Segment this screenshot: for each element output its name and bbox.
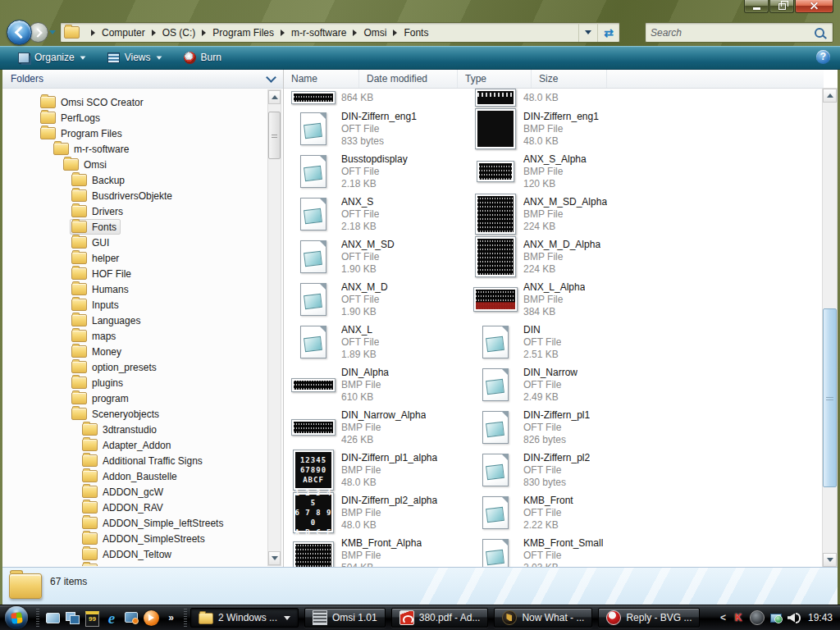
file-tile[interactable]: DIN-Ziffern_pl1 OFT File 826 bytes bbox=[472, 406, 818, 449]
file-tile[interactable]: ANX_L OFT File 1.89 KB bbox=[290, 321, 472, 363]
file-tile[interactable]: ANX_L_Alpha BMP File 384 KB bbox=[472, 278, 818, 321]
file-tile[interactable]: 1 2 3 4 5 6 7 8 9 0 A B C F DIN-Ziffern_… bbox=[290, 491, 472, 534]
folder-tree-item[interactable]: Languages bbox=[2, 313, 268, 328]
file-tile[interactable]: 48.0 KB bbox=[472, 88, 818, 107]
tree-scrollbar[interactable] bbox=[267, 89, 281, 566]
list-scrollbar[interactable] bbox=[822, 88, 838, 568]
file-tile[interactable]: DIN-Ziffern_pl2 OFT File 830 bytes bbox=[472, 449, 818, 491]
folder-tree-item[interactable] bbox=[2, 562, 268, 566]
file-tile[interactable]: ANX_M_SD OFT File 1.90 KB bbox=[290, 235, 472, 278]
organize-button[interactable]: Organize bbox=[15, 48, 89, 66]
scroll-up-button[interactable] bbox=[823, 89, 837, 103]
file-tile[interactable]: DIN-Ziffern_eng1 OFT File 833 bytes bbox=[290, 107, 472, 150]
folder-tree-item[interactable]: Omsi bbox=[2, 157, 268, 172]
start-button[interactable] bbox=[5, 606, 28, 629]
folder-tree-item[interactable]: program bbox=[2, 390, 268, 406]
tray-icon[interactable] bbox=[788, 611, 801, 624]
file-tile[interactable]: ANX_S_Alpha BMP File 120 KB bbox=[472, 150, 818, 193]
address-dropdown-button[interactable] bbox=[578, 23, 597, 42]
folders-pane-header[interactable]: Folders bbox=[2, 70, 283, 89]
taskbar-window-button[interactable]: 380.pdf - Ad... bbox=[391, 608, 489, 628]
scroll-up-button[interactable] bbox=[268, 90, 281, 104]
folder-tree-item[interactable]: Fonts bbox=[2, 219, 268, 235]
tray-icon[interactable] bbox=[750, 610, 765, 625]
minimize-button[interactable] bbox=[744, 0, 769, 13]
scroll-down-button[interactable] bbox=[823, 553, 837, 567]
folder-tree-item[interactable]: ADDON_Teltow bbox=[2, 546, 268, 562]
folder-tree-item[interactable]: plugins bbox=[2, 375, 268, 390]
folder-tree-item[interactable]: 3dtranstudio bbox=[2, 422, 268, 437]
address-bar[interactable]: Computer OS (C:) Program Files m bbox=[60, 22, 620, 43]
quicklaunch-icon[interactable] bbox=[43, 608, 62, 628]
taskbar-window-button[interactable]: Omsi 1.01 bbox=[304, 608, 386, 628]
folder-tree-item[interactable]: BusdriversObjekte bbox=[2, 188, 268, 203]
file-tile[interactable]: DIN-Ziffern_eng1 BMP File 48.0 KB bbox=[472, 107, 818, 150]
file-tile[interactable]: 864 KB bbox=[290, 88, 472, 107]
quicklaunch-icon[interactable]: e bbox=[102, 608, 121, 628]
file-tile[interactable]: Busstopdisplay OFT File 2.18 KB bbox=[290, 150, 472, 193]
folder-tree-item[interactable]: maps bbox=[2, 328, 268, 344]
folder-tree-item[interactable]: Backup bbox=[2, 172, 268, 188]
breadcrumb-item[interactable]: Omsi bbox=[346, 27, 386, 39]
close-button[interactable] bbox=[795, 0, 833, 13]
breadcrumb-item[interactable]: m-r-software bbox=[274, 27, 346, 39]
file-tile[interactable]: KMB_Front_Alpha BMP File 504 KB bbox=[290, 534, 472, 568]
recent-pages-dropdown[interactable] bbox=[49, 30, 56, 34]
quicklaunch-icon[interactable]: 99 bbox=[82, 608, 102, 628]
folder-tree-item[interactable]: Program Files bbox=[2, 126, 268, 141]
folder-tree-item[interactable]: Money bbox=[2, 344, 268, 359]
folder-tree-item[interactable]: ADDON_gcW bbox=[2, 484, 268, 500]
folder-tree-item[interactable]: Sceneryobjects bbox=[2, 406, 268, 422]
file-tile[interactable]: ANX_M_SD_Alpha BMP File 224 KB bbox=[472, 193, 818, 235]
folder-tree-item[interactable]: GUI bbox=[2, 235, 268, 250]
back-button[interactable] bbox=[7, 20, 32, 45]
file-tile[interactable]: KMB_Front_Small OFT File 2.03 KB bbox=[472, 534, 818, 568]
tray-icon[interactable]: K bbox=[732, 611, 745, 624]
file-tile[interactable]: DIN_Alpha BMP File 610 KB bbox=[290, 363, 472, 406]
tray-icon[interactable] bbox=[769, 611, 783, 624]
scroll-down-button[interactable] bbox=[268, 551, 281, 565]
column-header[interactable]: Date modified bbox=[359, 70, 458, 88]
folder-tree-item[interactable]: Adapter_Addon bbox=[2, 437, 268, 453]
file-tile[interactable]: DIN_Narrow OFT File 2.49 KB bbox=[472, 363, 818, 406]
quicklaunch-icon[interactable] bbox=[121, 608, 141, 628]
search-input[interactable] bbox=[646, 27, 815, 39]
breadcrumb-item[interactable]: Fonts bbox=[386, 27, 428, 39]
breadcrumb-item[interactable]: Program Files bbox=[195, 27, 274, 39]
breadcrumb-item[interactable]: OS (C:) bbox=[145, 27, 196, 39]
taskbar-window-button[interactable]: Now What - ... bbox=[494, 608, 592, 628]
tray-collapse-button[interactable]: < bbox=[720, 612, 726, 623]
folder-tree-item[interactable]: Addon_Baustelle bbox=[2, 468, 268, 484]
file-tile[interactable]: ANX_M_D_Alpha BMP File 224 KB bbox=[472, 235, 818, 278]
folder-tree-item[interactable]: Additional Traffic Signs bbox=[2, 453, 268, 468]
scrollbar-thumb[interactable] bbox=[268, 112, 281, 159]
folder-tree-item[interactable]: Omsi SCO Creator bbox=[2, 94, 268, 110]
taskbar-window-button[interactable]: Reply - BVG ... bbox=[598, 608, 700, 628]
column-header[interactable]: Name bbox=[284, 70, 359, 88]
folder-tree-item[interactable]: option_presets bbox=[2, 359, 268, 375]
quicklaunch-icon[interactable] bbox=[62, 608, 82, 628]
help-button[interactable]: ? bbox=[816, 50, 830, 64]
file-tile[interactable]: ANX_M_D OFT File 1.90 KB bbox=[290, 278, 472, 321]
file-tile[interactable]: DIN OFT File 2.51 KB bbox=[472, 321, 818, 363]
folder-tree-item[interactable]: Drivers bbox=[2, 203, 268, 219]
column-header[interactable]: Size bbox=[532, 70, 607, 88]
search-icon[interactable] bbox=[815, 28, 824, 38]
folder-tree-item[interactable]: ADDON_Simple_leftStreets bbox=[2, 515, 268, 531]
file-tile[interactable]: ANX_S OFT File 2.18 KB bbox=[290, 193, 472, 235]
refresh-button[interactable]: ⇄ bbox=[597, 23, 619, 42]
folder-tree-item[interactable]: m-r-software bbox=[2, 141, 268, 157]
folder-tree-item[interactable]: ADDON_RAV bbox=[2, 500, 268, 515]
file-tile[interactable]: DIN_Narrow_Alpha BMP File 426 KB bbox=[290, 406, 472, 449]
scrollbar-thumb[interactable] bbox=[823, 308, 837, 487]
file-tile[interactable]: KMB_Front OFT File 2.22 KB bbox=[472, 491, 818, 534]
taskbar-window-button[interactable]: 2 Windows ... bbox=[190, 608, 299, 628]
quicklaunch-overflow-button[interactable]: » bbox=[161, 608, 180, 628]
folder-tree-item[interactable]: helper bbox=[2, 250, 268, 266]
burn-button[interactable]: Burn bbox=[180, 48, 225, 66]
folder-tree-item[interactable]: Humans bbox=[2, 281, 268, 297]
maximize-button[interactable] bbox=[769, 0, 794, 13]
file-tile[interactable]: 12345 67890 ABCF DIN-Ziffern_pl1_alpha B… bbox=[290, 449, 472, 491]
column-header[interactable]: Type bbox=[458, 70, 532, 88]
folder-tree-item[interactable]: PerfLogs bbox=[2, 110, 268, 126]
